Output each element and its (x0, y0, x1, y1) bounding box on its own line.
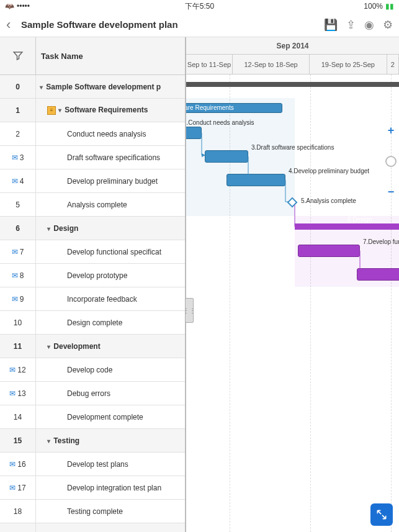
notes-icon: ≡ (47, 106, 56, 115)
task-id-cell: 18 (0, 500, 36, 523)
dots-icon: ••••• (17, 2, 30, 11)
gantt-label: 6.Design (347, 216, 372, 223)
gantt-label: 7.Develop fun (363, 238, 399, 245)
mail-icon: ✉ (12, 271, 18, 280)
task-row[interactable]: 18Testing complete (0, 500, 185, 523)
task-id-cell: ✉3 (0, 146, 36, 169)
zoom-in-button[interactable]: + (388, 124, 395, 137)
task-id-cell: 5 (0, 193, 36, 216)
task-list-panel: Task Name 0▾ Sample Software development… (0, 37, 186, 532)
mail-icon: ✉ (12, 153, 18, 162)
gear-icon[interactable]: ⚙ (383, 18, 393, 32)
gantt-label: 3.Draft software specifications (251, 144, 334, 151)
gantt-label: ware Requirements (186, 104, 234, 111)
task-row[interactable]: ✉4Develop preliminary budget (0, 169, 185, 193)
task-row[interactable]: 14Development complete (0, 405, 185, 429)
gantt-chart[interactable]: ware Requirements 2.Conduct needs analys… (186, 74, 399, 532)
battery-icon: ▮▮ (385, 2, 394, 11)
zoom-out-button[interactable]: − (388, 186, 395, 199)
batman-icon: 🦇 (5, 2, 14, 11)
task-name-cell: Development complete (36, 413, 185, 422)
task-id-cell: 14 (0, 405, 36, 428)
task-row[interactable]: 0▾ Sample Software development p (0, 75, 185, 99)
gantt-label: 4.Develop preliminary budget (289, 168, 369, 174)
mail-icon: ✉ (12, 248, 18, 256)
gantt-bar[interactable] (226, 174, 285, 186)
gantt-label: 5.Analysis complete (301, 197, 356, 204)
task-row[interactable]: 1≡▾ Software Requirements (0, 99, 185, 122)
mail-icon: ✉ (12, 177, 18, 186)
gantt-label: 2.Conduct needs analysis (186, 119, 254, 126)
status-time: 下午5:50 (185, 1, 214, 12)
collapse-icon[interactable]: ▾ (47, 438, 50, 444)
collapse-icon[interactable]: ▾ (58, 107, 61, 114)
task-id-cell: 6 (0, 217, 36, 240)
zoom-controls: + − (385, 124, 397, 199)
task-id-cell: ✉9 (0, 287, 36, 310)
task-row[interactable]: 10Design complete (0, 311, 185, 335)
task-id-cell: 0 (0, 75, 36, 98)
mail-icon: ✉ (9, 366, 16, 374)
task-name-cell: Develop prototype (36, 271, 185, 280)
nav-bar: ‹ Sample Software development plan 💾 ⇪ ◉… (0, 12, 399, 37)
panel-splitter[interactable]: ⋮⋮ (185, 298, 194, 323)
task-id-cell: 10 (0, 311, 36, 334)
task-id-cell: ✉8 (0, 264, 36, 287)
task-name-cell: Develop integration test plan (36, 484, 185, 492)
task-row[interactable]: 15▾ Testing (0, 429, 185, 453)
task-row[interactable]: ✉3Draft software specifications (0, 146, 185, 169)
collapse-icon[interactable]: ▾ (47, 225, 50, 232)
task-name-cell: Conduct needs analysis (36, 130, 185, 138)
task-row[interactable]: 6▾ Design (0, 217, 185, 240)
timeline-week: 12-Sep to 18-Sep (233, 55, 310, 74)
task-row[interactable]: ✉13Debug errors (0, 382, 185, 405)
task-row[interactable]: ✉17Develop integration test plan (0, 476, 185, 500)
task-row[interactable]: 2Conduct needs analysis (0, 122, 185, 146)
gantt-bar[interactable] (186, 127, 202, 139)
task-name-cell: Develop functional specificat (36, 248, 185, 256)
task-id-cell: ✉7 (0, 240, 36, 263)
mail-icon: ✉ (12, 295, 18, 304)
task-row[interactable]: ✉9Incorporate feedback (0, 287, 185, 311)
task-name-cell: Draft software specifications (36, 153, 185, 162)
task-row[interactable]: ✉16Develop test plans (0, 453, 185, 476)
timeline-month: Sep 2014 (186, 37, 399, 55)
eye-icon[interactable]: ◉ (364, 18, 374, 32)
task-name-cell: ▾ Design (36, 224, 185, 233)
task-name-cell: ≡▾ Software Requirements (36, 106, 185, 115)
task-id-cell: ✉12 (0, 358, 36, 381)
filter-button[interactable] (0, 37, 36, 74)
battery-text: 100% (364, 2, 383, 11)
mail-icon: ✉ (9, 389, 16, 398)
column-header-task-name[interactable]: Task Name (36, 37, 185, 74)
task-id-cell: 19 (0, 523, 36, 532)
mail-icon: ✉ (9, 460, 16, 469)
task-row[interactable]: 5Analysis complete (0, 193, 185, 217)
task-name-cell: Analysis complete (36, 201, 185, 209)
page-title: Sample Software development plan (21, 19, 324, 30)
collapse-icon[interactable]: ▾ (47, 343, 50, 350)
share-icon[interactable]: ⇪ (346, 18, 356, 32)
gantt-bar[interactable] (295, 223, 399, 230)
collapse-icon[interactable]: ▾ (40, 84, 43, 91)
zoom-slider-thumb[interactable] (385, 156, 397, 167)
task-row[interactable]: 19▾ Deployment (0, 523, 185, 532)
expand-button[interactable] (370, 503, 393, 526)
gantt-panel[interactable]: Sep 2014 Sep to 11-Sep 12-Sep to 18-Sep … (186, 37, 399, 532)
task-name-cell: Incorporate feedback (36, 295, 185, 304)
timeline-week: Sep to 11-Sep (186, 55, 233, 74)
task-row[interactable]: 11▾ Development (0, 335, 185, 358)
task-row[interactable]: ✉7Develop functional specificat (0, 240, 185, 264)
task-name-cell: Debug errors (36, 389, 185, 398)
gantt-bar[interactable] (357, 268, 399, 281)
gantt-bar[interactable] (298, 245, 360, 257)
back-button[interactable]: ‹ (6, 17, 21, 33)
gantt-bar-summary[interactable] (186, 82, 399, 87)
task-id-cell: 11 (0, 335, 36, 358)
task-row[interactable]: ✉8Develop prototype (0, 264, 185, 287)
status-bar: 🦇 ••••• 下午5:50 100% ▮▮ (0, 0, 399, 12)
save-icon[interactable]: 💾 (324, 18, 338, 32)
task-row[interactable]: ✉12Develop code (0, 358, 185, 382)
task-name-cell: ▾ Sample Software development p (36, 83, 185, 91)
gantt-bar[interactable] (205, 150, 248, 163)
